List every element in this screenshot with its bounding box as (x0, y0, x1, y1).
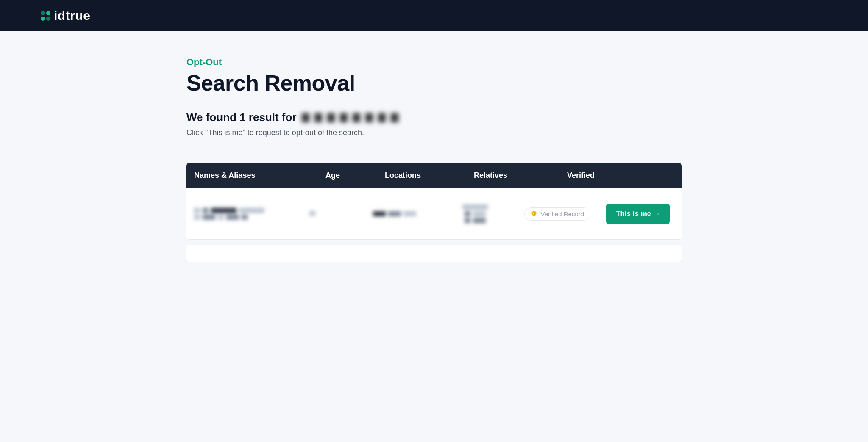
cell-age (302, 210, 355, 218)
cell-names (186, 206, 302, 221)
table-row: Verified Record This is me → (186, 188, 682, 240)
instruction-text: Click "This is me" to request to opt-out… (186, 128, 682, 137)
logo-dots-icon (41, 11, 50, 21)
main-content: Opt-Out Search Removal We found 1 result… (146, 31, 722, 262)
col-header-age: Age (318, 171, 377, 180)
searched-name-redacted (302, 113, 403, 122)
col-header-names: Names & Aliases (186, 171, 318, 180)
col-header-locations: Locations (377, 171, 466, 180)
result-summary: We found 1 result for (186, 111, 682, 124)
results-table: Names & Aliases Age Locations Relatives … (186, 163, 682, 240)
cell-locations (355, 210, 434, 218)
cell-action: This is me → (599, 204, 682, 224)
cell-relatives (434, 203, 517, 225)
verified-badge: Verified Record (524, 207, 591, 221)
col-header-relatives: Relatives (466, 171, 559, 180)
col-header-verified: Verified (559, 171, 653, 180)
table-header-row: Names & Aliases Age Locations Relatives … (186, 163, 682, 188)
site-header: idtrue (0, 0, 868, 31)
empty-card (186, 245, 682, 262)
result-prefix: We found 1 result for (186, 111, 297, 124)
page-title: Search Removal (186, 70, 682, 96)
page-eyebrow: Opt-Out (186, 57, 682, 68)
this-is-me-button[interactable]: This is me → (606, 204, 670, 224)
cell-verified: Verified Record (517, 207, 599, 221)
verified-label: Verified Record (541, 210, 584, 218)
brand-logo[interactable]: idtrue (41, 8, 90, 23)
brand-name: idtrue (54, 8, 90, 23)
shield-icon (531, 210, 537, 217)
